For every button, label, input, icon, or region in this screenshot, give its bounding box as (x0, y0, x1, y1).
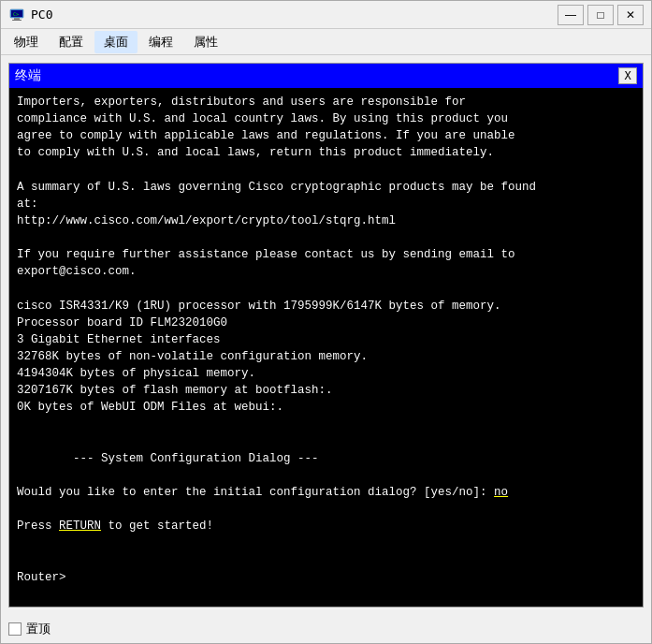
window-title: PC0 (31, 7, 558, 22)
menu-item-2[interactable]: 桌面 (94, 31, 138, 53)
menu-item-4[interactable]: 属性 (184, 31, 227, 53)
terminal-window: 终端 X Importers, exporters, distributors … (8, 63, 644, 607)
menu-item-3[interactable]: 编程 (139, 31, 182, 53)
bottom-bar: 置顶 (1, 615, 651, 643)
app-icon: C> (8, 7, 25, 23)
maximize-button[interactable]: □ (587, 5, 614, 25)
svg-rect-1 (14, 18, 20, 20)
terminal-body[interactable]: Importers, exporters, distributors and u… (9, 88, 643, 607)
menu-item-1[interactable]: 配置 (50, 31, 93, 53)
topmost-checkbox[interactable] (8, 622, 22, 636)
svg-text:C>: C> (13, 11, 19, 17)
topmost-checkbox-label[interactable]: 置顶 (8, 621, 51, 637)
terminal-close-button[interactable]: X (618, 67, 637, 84)
title-bar: C> PC0 — □ ✕ (1, 1, 651, 29)
terminal-title-bar: 终端 X (9, 64, 643, 88)
svg-rect-2 (12, 20, 22, 21)
topmost-label: 置顶 (26, 621, 51, 637)
minimize-button[interactable]: — (558, 5, 584, 25)
close-button[interactable]: ✕ (617, 5, 644, 25)
main-window: C> PC0 — □ ✕ 物理配置桌面编程属性 终端 X Importers, … (0, 0, 652, 644)
window-controls: — □ ✕ (558, 5, 644, 25)
terminal-title: 终端 (15, 67, 41, 84)
menu-item-0[interactable]: 物理 (5, 31, 48, 53)
content-area: 终端 X Importers, exporters, distributors … (1, 55, 651, 615)
menu-bar: 物理配置桌面编程属性 (1, 29, 651, 55)
